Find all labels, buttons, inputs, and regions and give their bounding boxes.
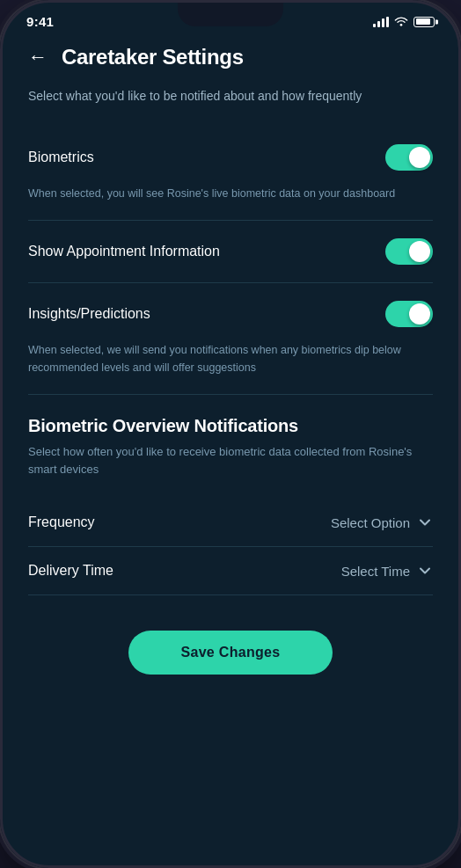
frequency-row: Frequency Select Option <box>28 499 433 547</box>
screen: 9:41 <box>2 2 459 866</box>
delivery-time-dropdown[interactable]: Select Time <box>341 563 433 579</box>
divider-3 <box>28 394 433 395</box>
divider-1 <box>28 220 433 221</box>
intro-text: Select what you'd like to be notified ab… <box>28 87 433 106</box>
delivery-time-value: Select Time <box>341 564 410 579</box>
insights-label: Insights/Predictions <box>28 306 150 322</box>
page-header: ← Caretaker Settings <box>28 38 433 69</box>
signal-icon <box>373 17 389 27</box>
status-icons <box>373 17 435 27</box>
frequency-value: Select Option <box>331 515 410 530</box>
battery-icon <box>413 17 435 27</box>
delivery-time-label: Delivery Time <box>28 563 113 579</box>
insights-row: Insights/Predictions <box>28 287 433 341</box>
notifications-section-title: Biometric Overview Notifications <box>28 416 433 436</box>
page-title: Caretaker Settings <box>62 45 244 69</box>
biometrics-row: Biometrics <box>28 130 433 185</box>
appointments-row: Show Appointment Information <box>28 224 433 279</box>
insights-description: When selected, we will send you notifica… <box>28 341 433 390</box>
wifi-icon <box>394 17 408 27</box>
delivery-time-row: Delivery Time Select Time <box>28 547 433 595</box>
phone-frame: 9:41 <box>0 0 461 868</box>
notifications-section-subtitle: Select how often you'd like to receive b… <box>28 443 433 478</box>
divider-2 <box>28 282 433 283</box>
biometrics-toggle[interactable] <box>385 144 433 171</box>
content-area: ← Caretaker Settings Select what you'd l… <box>2 29 459 866</box>
status-time: 9:41 <box>26 14 54 29</box>
save-button-container: Save Changes <box>28 631 433 675</box>
delivery-time-chevron-icon <box>417 563 433 579</box>
biometrics-description: When selected, you will see Rosine's liv… <box>28 185 433 216</box>
notch <box>178 0 283 26</box>
frequency-chevron-icon <box>417 514 433 530</box>
back-button[interactable]: ← <box>28 46 48 69</box>
frequency-dropdown[interactable]: Select Option <box>331 514 433 530</box>
save-changes-button[interactable]: Save Changes <box>128 631 333 675</box>
appointments-toggle[interactable] <box>385 238 433 265</box>
insights-toggle[interactable] <box>385 301 433 327</box>
frequency-label: Frequency <box>28 514 95 530</box>
appointments-label: Show Appointment Information <box>28 244 220 259</box>
biometrics-label: Biometrics <box>28 150 94 165</box>
